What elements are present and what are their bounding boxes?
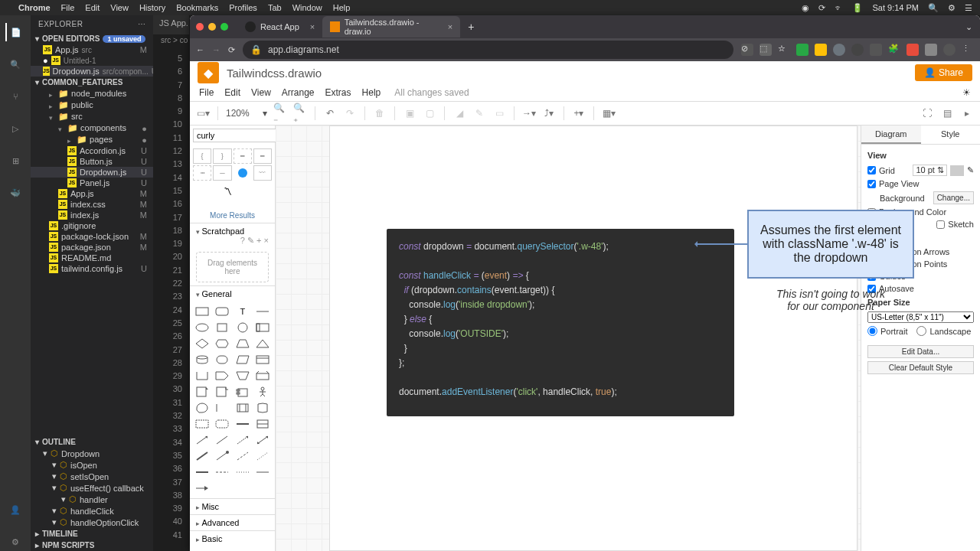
ext-icon[interactable]: ⊘ — [741, 44, 753, 56]
editor-item[interactable]: ● JS Untitled-1 — [31, 55, 153, 66]
shape[interactable] — [254, 337, 273, 350]
chrome-tab-drawio[interactable]: Tailwindcss.drawio - draw.io× — [322, 16, 460, 37]
waypoint-icon[interactable]: ⤴▾ — [542, 106, 556, 120]
menu-view[interactable]: View — [251, 87, 271, 98]
control-center-icon[interactable]: ⚙ — [948, 3, 956, 13]
wifi-icon[interactable]: ᯤ — [835, 3, 843, 12]
clock[interactable]: Sat 9:14 PM — [872, 3, 919, 12]
shape[interactable] — [234, 433, 252, 447]
shape[interactable] — [214, 385, 232, 399]
menu-view[interactable]: View — [110, 3, 129, 12]
edit-data-button[interactable]: Edit Data... — [867, 345, 974, 358]
project-header[interactable]: ▾ COMMON_FEATURES — [31, 77, 153, 88]
file-item[interactable]: JS Panel.jsU — [31, 178, 153, 188]
shape[interactable] — [254, 305, 273, 318]
shape[interactable] — [214, 369, 232, 383]
more-results-link[interactable]: More Results — [190, 208, 275, 223]
shape[interactable] — [193, 353, 211, 367]
shape[interactable] — [214, 449, 232, 463]
redo-icon[interactable]: ↷ — [343, 106, 357, 120]
editor-item[interactable]: JS App.js srcM — [31, 44, 153, 55]
shape[interactable] — [193, 337, 211, 350]
ext-icon[interactable] — [833, 44, 845, 56]
menu-extras[interactable]: Extras — [325, 87, 351, 98]
shape[interactable] — [234, 353, 252, 367]
shape[interactable] — [193, 433, 211, 447]
outline-header[interactable]: ▾ OUTLINE — [31, 436, 153, 448]
scratchpad-header[interactable]: Scratchpad ? ✎ + × — [190, 223, 275, 249]
to-front-icon[interactable]: ▣ — [403, 106, 416, 120]
menu-window[interactable]: Window — [292, 3, 322, 12]
papersize-select[interactable]: US-Letter (8,5" x 11") — [867, 311, 974, 323]
shape-chart[interactable]: 〽 — [224, 187, 242, 205]
back-button[interactable]: ← — [196, 45, 204, 54]
pageview-checkbox[interactable] — [867, 180, 876, 188]
menu-arrange[interactable]: Arrange — [282, 87, 315, 98]
outline-item[interactable]: ▾ ⬡ useEffect() callback — [31, 482, 153, 494]
menu-file[interactable]: File — [61, 3, 75, 12]
open-editors-header[interactable]: ▾ OPEN EDITORS 1 unsaved — [31, 33, 153, 44]
shape[interactable] — [193, 465, 211, 479]
tab-diagram[interactable]: Diagram — [861, 126, 921, 144]
fill-icon[interactable]: ◢ — [452, 106, 466, 120]
grid-checkbox[interactable] — [867, 166, 876, 174]
shape-brace-left[interactable]: { — [193, 148, 211, 164]
shape[interactable] — [193, 305, 211, 318]
ext-icon[interactable] — [870, 44, 882, 56]
file-item[interactable]: JS tailwind.config.jsU — [31, 263, 153, 274]
search-icon[interactable]: 🔍 — [928, 3, 939, 13]
menu-help[interactable]: Help — [362, 87, 381, 98]
theme-icon[interactable]: ☀ — [962, 87, 971, 98]
shape[interactable] — [254, 369, 273, 383]
tab-style[interactable]: Style — [921, 126, 981, 144]
shape[interactable] — [234, 337, 252, 350]
more-icon[interactable]: ⋯ — [138, 20, 146, 28]
bookmark-icon[interactable]: ☆ — [778, 44, 790, 56]
status-icon[interactable]: ⟳ — [818, 3, 825, 13]
annotation-box[interactable]: Assumes the first element with className… — [747, 210, 914, 279]
add-icon[interactable]: +▾ — [572, 106, 586, 120]
folder-item[interactable]: 📁 node_modules — [31, 88, 153, 99]
arrow[interactable] — [695, 243, 749, 245]
folder-item[interactable]: 📁 pages● — [31, 134, 153, 145]
grid-color[interactable] — [950, 165, 964, 176]
traffic-lights[interactable] — [196, 23, 228, 31]
app-name[interactable]: Chrome — [18, 3, 51, 12]
folder-item[interactable]: 📁 public — [31, 99, 153, 111]
file-item[interactable]: JS Dropdown.jsU — [31, 167, 153, 178]
shape-hline-dashed[interactable]: ━ — [234, 148, 252, 164]
shape[interactable] — [193, 385, 211, 399]
menu-edit[interactable]: Edit — [85, 3, 100, 12]
menu-icon[interactable]: ⋮ — [962, 44, 974, 56]
folder-item[interactable]: 📁 components● — [31, 122, 153, 134]
file-item[interactable]: JS App.jsM — [31, 188, 153, 199]
settings-icon[interactable]: ⚙ — [6, 533, 24, 551]
status-icon[interactable]: ◉ — [802, 3, 809, 13]
chrome-tab-react[interactable]: React App× — [237, 16, 322, 37]
file-item[interactable]: JS package.jsonM — [31, 242, 153, 253]
format-panel-icon[interactable]: ▤ — [940, 106, 954, 120]
scratchpad-drop[interactable]: Drag elements here — [196, 252, 269, 282]
shape-hline[interactable]: ━ — [253, 148, 272, 164]
shape[interactable] — [254, 401, 273, 415]
outline-item[interactable]: ▾ ⬡ isOpen — [31, 459, 153, 471]
shape[interactable] — [193, 401, 211, 415]
shape-icon[interactable]: ▭ — [492, 106, 506, 120]
shape[interactable] — [214, 305, 232, 318]
shape[interactable] — [234, 369, 252, 383]
menu-icon[interactable]: ☰ — [965, 3, 972, 13]
sketch-checkbox[interactable] — [936, 220, 945, 229]
shape[interactable] — [214, 417, 232, 431]
edit-icon[interactable]: ✎ — [967, 165, 974, 175]
extensions-icon[interactable]: ⊞ — [6, 152, 24, 170]
shape[interactable] — [254, 433, 273, 447]
shape[interactable] — [214, 465, 232, 479]
ext-icon[interactable]: ⬚ — [760, 44, 772, 56]
ext-icon[interactable] — [815, 44, 827, 56]
share-button[interactable]: 👤 Share — [915, 64, 972, 81]
file-item[interactable]: JS .gitignore — [31, 220, 153, 231]
battery-icon[interactable]: 🔋 — [852, 3, 863, 13]
editor-item[interactable]: JS Dropdown.js src/compon...U — [31, 66, 153, 77]
folder-item[interactable]: 📁 src — [31, 111, 153, 122]
url-bar[interactable]: 🔒app.diagrams.net — [243, 41, 733, 59]
